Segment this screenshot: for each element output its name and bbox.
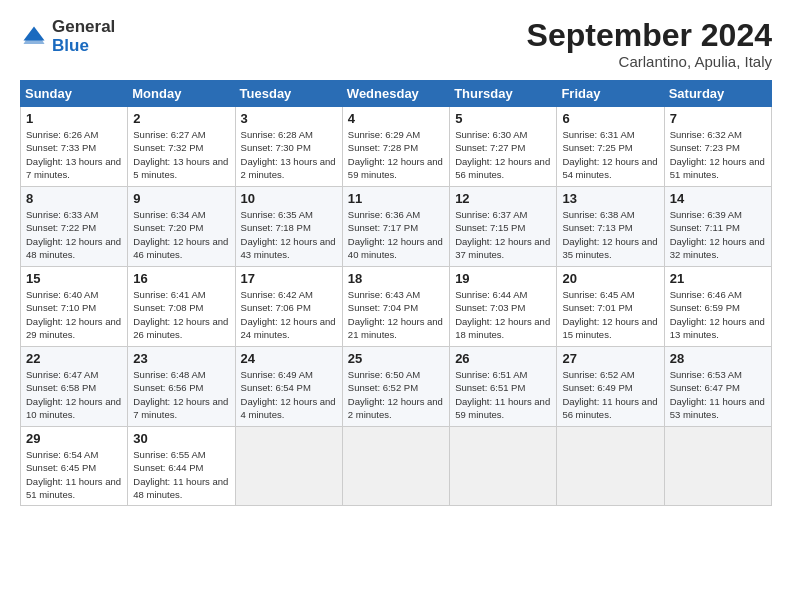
- day-number: 2: [133, 111, 229, 126]
- day-info: Sunrise: 6:49 AMSunset: 6:54 PMDaylight:…: [241, 369, 336, 420]
- table-cell: 24 Sunrise: 6:49 AMSunset: 6:54 PMDaylig…: [235, 347, 342, 427]
- header: General Blue September 2024 Carlantino, …: [20, 18, 772, 70]
- col-wednesday: Wednesday: [342, 81, 449, 107]
- day-info: Sunrise: 6:51 AMSunset: 6:51 PMDaylight:…: [455, 369, 550, 420]
- page: { "header": { "logo_general": "General",…: [0, 0, 792, 612]
- day-info: Sunrise: 6:50 AMSunset: 6:52 PMDaylight:…: [348, 369, 443, 420]
- day-number: 11: [348, 191, 444, 206]
- table-cell: 28 Sunrise: 6:53 AMSunset: 6:47 PMDaylig…: [664, 347, 771, 427]
- table-cell: 9 Sunrise: 6:34 AMSunset: 7:20 PMDayligh…: [128, 187, 235, 267]
- day-info: Sunrise: 6:30 AMSunset: 7:27 PMDaylight:…: [455, 129, 550, 180]
- day-number: 17: [241, 271, 337, 286]
- col-monday: Monday: [128, 81, 235, 107]
- day-info: Sunrise: 6:48 AMSunset: 6:56 PMDaylight:…: [133, 369, 228, 420]
- day-info: Sunrise: 6:52 AMSunset: 6:49 PMDaylight:…: [562, 369, 657, 420]
- day-number: 15: [26, 271, 122, 286]
- table-cell: 18 Sunrise: 6:43 AMSunset: 7:04 PMDaylig…: [342, 267, 449, 347]
- table-cell: [664, 427, 771, 506]
- table-cell: 23 Sunrise: 6:48 AMSunset: 6:56 PMDaylig…: [128, 347, 235, 427]
- table-cell: 30 Sunrise: 6:55 AMSunset: 6:44 PMDaylig…: [128, 427, 235, 506]
- day-info: Sunrise: 6:47 AMSunset: 6:58 PMDaylight:…: [26, 369, 121, 420]
- table-cell: 2 Sunrise: 6:27 AMSunset: 7:32 PMDayligh…: [128, 107, 235, 187]
- day-number: 29: [26, 431, 122, 446]
- table-cell: [235, 427, 342, 506]
- day-number: 24: [241, 351, 337, 366]
- table-cell: 4 Sunrise: 6:29 AMSunset: 7:28 PMDayligh…: [342, 107, 449, 187]
- day-number: 4: [348, 111, 444, 126]
- day-info: Sunrise: 6:34 AMSunset: 7:20 PMDaylight:…: [133, 209, 228, 260]
- day-number: 25: [348, 351, 444, 366]
- day-info: Sunrise: 6:43 AMSunset: 7:04 PMDaylight:…: [348, 289, 443, 340]
- table-cell: [342, 427, 449, 506]
- day-number: 22: [26, 351, 122, 366]
- logo-text: General Blue: [52, 18, 115, 55]
- table-cell: 27 Sunrise: 6:52 AMSunset: 6:49 PMDaylig…: [557, 347, 664, 427]
- logo-general: General: [52, 17, 115, 36]
- table-cell: [557, 427, 664, 506]
- table-cell: 17 Sunrise: 6:42 AMSunset: 7:06 PMDaylig…: [235, 267, 342, 347]
- location: Carlantino, Apulia, Italy: [527, 53, 772, 70]
- day-info: Sunrise: 6:44 AMSunset: 7:03 PMDaylight:…: [455, 289, 550, 340]
- day-info: Sunrise: 6:46 AMSunset: 6:59 PMDaylight:…: [670, 289, 765, 340]
- month-title: September 2024: [527, 18, 772, 53]
- day-info: Sunrise: 6:37 AMSunset: 7:15 PMDaylight:…: [455, 209, 550, 260]
- day-number: 20: [562, 271, 658, 286]
- table-cell: 15 Sunrise: 6:40 AMSunset: 7:10 PMDaylig…: [21, 267, 128, 347]
- day-info: Sunrise: 6:35 AMSunset: 7:18 PMDaylight:…: [241, 209, 336, 260]
- day-info: Sunrise: 6:27 AMSunset: 7:32 PMDaylight:…: [133, 129, 228, 180]
- day-number: 18: [348, 271, 444, 286]
- table-cell: 21 Sunrise: 6:46 AMSunset: 6:59 PMDaylig…: [664, 267, 771, 347]
- day-number: 23: [133, 351, 229, 366]
- day-number: 13: [562, 191, 658, 206]
- day-number: 7: [670, 111, 766, 126]
- day-info: Sunrise: 6:31 AMSunset: 7:25 PMDaylight:…: [562, 129, 657, 180]
- calendar-header-row: Sunday Monday Tuesday Wednesday Thursday…: [21, 81, 772, 107]
- day-number: 19: [455, 271, 551, 286]
- day-number: 26: [455, 351, 551, 366]
- table-cell: 19 Sunrise: 6:44 AMSunset: 7:03 PMDaylig…: [450, 267, 557, 347]
- day-number: 30: [133, 431, 229, 446]
- day-info: Sunrise: 6:29 AMSunset: 7:28 PMDaylight:…: [348, 129, 443, 180]
- col-thursday: Thursday: [450, 81, 557, 107]
- day-number: 14: [670, 191, 766, 206]
- logo: General Blue: [20, 18, 115, 55]
- table-cell: 16 Sunrise: 6:41 AMSunset: 7:08 PMDaylig…: [128, 267, 235, 347]
- day-number: 10: [241, 191, 337, 206]
- day-info: Sunrise: 6:28 AMSunset: 7:30 PMDaylight:…: [241, 129, 336, 180]
- table-cell: 29 Sunrise: 6:54 AMSunset: 6:45 PMDaylig…: [21, 427, 128, 506]
- title-block: September 2024 Carlantino, Apulia, Italy: [527, 18, 772, 70]
- table-cell: 11 Sunrise: 6:36 AMSunset: 7:17 PMDaylig…: [342, 187, 449, 267]
- day-info: Sunrise: 6:26 AMSunset: 7:33 PMDaylight:…: [26, 129, 121, 180]
- day-number: 16: [133, 271, 229, 286]
- table-cell: 8 Sunrise: 6:33 AMSunset: 7:22 PMDayligh…: [21, 187, 128, 267]
- table-cell: 12 Sunrise: 6:37 AMSunset: 7:15 PMDaylig…: [450, 187, 557, 267]
- table-cell: 3 Sunrise: 6:28 AMSunset: 7:30 PMDayligh…: [235, 107, 342, 187]
- day-info: Sunrise: 6:36 AMSunset: 7:17 PMDaylight:…: [348, 209, 443, 260]
- table-cell: 13 Sunrise: 6:38 AMSunset: 7:13 PMDaylig…: [557, 187, 664, 267]
- day-number: 28: [670, 351, 766, 366]
- day-info: Sunrise: 6:45 AMSunset: 7:01 PMDaylight:…: [562, 289, 657, 340]
- calendar: Sunday Monday Tuesday Wednesday Thursday…: [20, 80, 772, 506]
- day-info: Sunrise: 6:40 AMSunset: 7:10 PMDaylight:…: [26, 289, 121, 340]
- day-number: 8: [26, 191, 122, 206]
- table-cell: 1 Sunrise: 6:26 AMSunset: 7:33 PMDayligh…: [21, 107, 128, 187]
- day-number: 6: [562, 111, 658, 126]
- day-number: 5: [455, 111, 551, 126]
- table-cell: [450, 427, 557, 506]
- table-cell: 10 Sunrise: 6:35 AMSunset: 7:18 PMDaylig…: [235, 187, 342, 267]
- day-info: Sunrise: 6:55 AMSunset: 6:44 PMDaylight:…: [133, 449, 228, 500]
- logo-icon: [20, 23, 48, 51]
- day-number: 27: [562, 351, 658, 366]
- table-cell: 7 Sunrise: 6:32 AMSunset: 7:23 PMDayligh…: [664, 107, 771, 187]
- table-cell: 14 Sunrise: 6:39 AMSunset: 7:11 PMDaylig…: [664, 187, 771, 267]
- day-info: Sunrise: 6:38 AMSunset: 7:13 PMDaylight:…: [562, 209, 657, 260]
- col-tuesday: Tuesday: [235, 81, 342, 107]
- day-info: Sunrise: 6:42 AMSunset: 7:06 PMDaylight:…: [241, 289, 336, 340]
- day-info: Sunrise: 6:54 AMSunset: 6:45 PMDaylight:…: [26, 449, 121, 500]
- day-info: Sunrise: 6:33 AMSunset: 7:22 PMDaylight:…: [26, 209, 121, 260]
- table-cell: 25 Sunrise: 6:50 AMSunset: 6:52 PMDaylig…: [342, 347, 449, 427]
- day-info: Sunrise: 6:41 AMSunset: 7:08 PMDaylight:…: [133, 289, 228, 340]
- table-cell: 26 Sunrise: 6:51 AMSunset: 6:51 PMDaylig…: [450, 347, 557, 427]
- table-cell: 22 Sunrise: 6:47 AMSunset: 6:58 PMDaylig…: [21, 347, 128, 427]
- table-cell: 5 Sunrise: 6:30 AMSunset: 7:27 PMDayligh…: [450, 107, 557, 187]
